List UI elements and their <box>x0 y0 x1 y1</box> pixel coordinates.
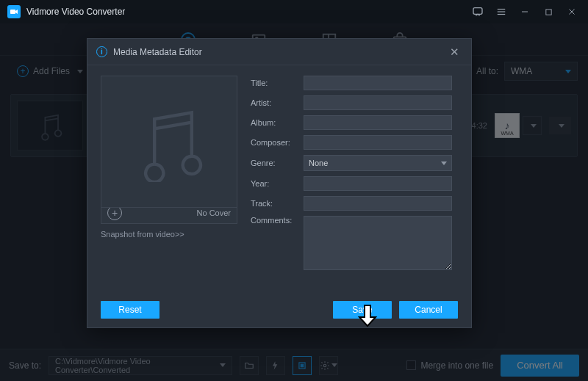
info-icon: i <box>96 46 107 57</box>
title-field-label: Title: <box>251 79 298 87</box>
close-icon[interactable] <box>563 3 581 21</box>
artist-field[interactable] <box>304 95 452 110</box>
cover-preview <box>101 76 237 208</box>
save-button[interactable]: Save <box>333 301 392 319</box>
minimize-icon[interactable] <box>516 3 534 21</box>
feedback-icon[interactable] <box>469 3 487 21</box>
comments-field-label: Comments: <box>251 216 298 225</box>
comments-field[interactable] <box>304 216 452 270</box>
modal-close-button[interactable]: ✕ <box>446 44 462 60</box>
no-cover-label: No Cover <box>197 208 231 217</box>
composer-field[interactable] <box>304 135 452 150</box>
year-field-label: Year: <box>251 179 298 188</box>
modal-title: Media Metadata Editor <box>113 47 202 57</box>
svg-rect-1 <box>473 8 482 15</box>
titlebar: Vidmore Video Converter <box>0 0 588 23</box>
chevron-down-icon <box>441 162 447 165</box>
genre-value: None <box>309 159 328 167</box>
metadata-editor-modal: i Media Metadata Editor ✕ + No Cover Sna… <box>87 38 472 328</box>
track-field-label: Track: <box>251 199 298 208</box>
artist-field-label: Artist: <box>251 98 298 107</box>
cover-column: + No Cover Snapshot from video>> <box>101 76 237 292</box>
year-field[interactable] <box>304 176 452 191</box>
modal-footer: Reset Save Cancel <box>87 292 471 327</box>
app-logo-icon <box>7 5 21 18</box>
album-field[interactable] <box>304 115 452 130</box>
metadata-fields: Title: Artist: Album: Composer: Genre: N… <box>251 76 458 292</box>
svg-rect-6 <box>545 9 551 14</box>
snapshot-from-video-link[interactable]: Snapshot from video>> <box>101 230 237 239</box>
modal-header: i Media Metadata Editor ✕ <box>87 39 471 65</box>
composer-field-label: Composer: <box>251 138 298 147</box>
track-field[interactable] <box>304 196 452 211</box>
cancel-button[interactable]: Cancel <box>399 301 458 319</box>
menu-icon[interactable] <box>492 3 510 21</box>
app-title: Vidmore Video Converter <box>26 7 125 17</box>
genre-select[interactable]: None <box>304 155 452 171</box>
title-field[interactable] <box>304 76 452 90</box>
album-field-label: Album: <box>251 118 298 127</box>
genre-field-label: Genre: <box>251 159 298 167</box>
reset-button[interactable]: Reset <box>101 301 159 319</box>
maximize-icon[interactable] <box>539 3 557 21</box>
svg-rect-0 <box>10 10 15 14</box>
